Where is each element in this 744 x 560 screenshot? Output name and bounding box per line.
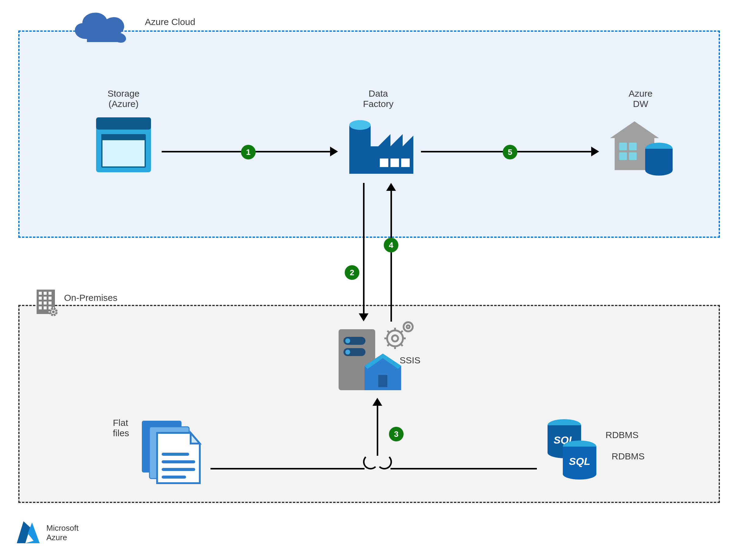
svg-text:SQL: SQL xyxy=(569,455,590,467)
arrowhead-sources-to-ssis xyxy=(372,398,382,406)
svg-point-47 xyxy=(345,350,350,355)
region-on-premises-label: On-Premises xyxy=(64,293,117,303)
architecture-diagram: Azure Cloud On-Premises Storage (Azure) xyxy=(0,0,744,560)
footer-line2: Azure xyxy=(46,533,78,542)
building-icon xyxy=(35,288,60,317)
storage-label-line2: (Azure) xyxy=(90,99,157,109)
svg-rect-31 xyxy=(401,159,410,167)
rdbms-label-2: RDBMS xyxy=(611,451,644,462)
svg-line-57 xyxy=(401,331,403,332)
svg-rect-11 xyxy=(44,306,47,310)
azure-dw-label: Azure DW xyxy=(613,88,668,109)
svg-line-55 xyxy=(401,344,403,346)
step-badge-4: 4 xyxy=(384,238,398,252)
rdbms-icon: SQL SQL xyxy=(543,417,604,482)
svg-point-49 xyxy=(392,335,398,342)
arrowhead-datafactory-to-dw xyxy=(591,147,599,156)
data-factory-label: Data Factory xyxy=(345,88,412,109)
step-badge-5: 5 xyxy=(503,145,517,159)
azure-dw-label-line2: DW xyxy=(613,99,668,109)
azure-storage-icon xyxy=(95,116,152,174)
azure-data-factory-icon xyxy=(345,116,415,177)
flat-files-icon xyxy=(139,417,203,485)
svg-rect-32 xyxy=(349,125,371,174)
arrow3-curve-left xyxy=(363,454,378,470)
svg-line-54 xyxy=(387,331,389,332)
svg-rect-27 xyxy=(103,140,145,166)
svg-point-45 xyxy=(345,338,350,343)
svg-point-33 xyxy=(349,120,371,130)
azure-dw-label-line1: Azure xyxy=(613,88,668,99)
arrow3-left-horizontal xyxy=(211,468,365,470)
svg-line-56 xyxy=(387,344,389,346)
region-azure-cloud-label: Azure Cloud xyxy=(145,17,195,27)
svg-rect-3 xyxy=(48,292,51,295)
arrow3-curve-right xyxy=(377,454,392,470)
svg-rect-29 xyxy=(380,159,388,167)
svg-rect-39 xyxy=(629,152,637,160)
step-badge-3: 3 xyxy=(389,427,404,441)
storage-label: Storage (Azure) xyxy=(90,88,157,109)
storage-label-line1: Storage xyxy=(90,88,157,99)
svg-rect-6 xyxy=(48,296,51,299)
svg-point-42 xyxy=(645,165,673,175)
ssis-label: SSIS xyxy=(400,355,420,365)
svg-rect-9 xyxy=(48,302,51,305)
cloud-icon xyxy=(69,5,129,45)
arrow3-right-horizontal xyxy=(390,468,537,470)
step-badge-2: 2 xyxy=(345,265,359,280)
svg-rect-8 xyxy=(44,302,47,305)
svg-rect-30 xyxy=(390,159,399,167)
svg-point-59 xyxy=(407,325,410,328)
svg-rect-1 xyxy=(39,292,42,295)
data-factory-label-line2: Factory xyxy=(345,99,412,109)
arrow3-vertical xyxy=(377,405,378,456)
footer-line1: Microsoft xyxy=(46,523,78,533)
svg-rect-37 xyxy=(629,143,637,150)
arrow-datafactory-to-ssis xyxy=(363,183,365,314)
svg-rect-2 xyxy=(44,292,47,295)
svg-marker-34 xyxy=(610,121,659,138)
svg-rect-7 xyxy=(39,302,42,305)
arrowhead-storage-to-datafactory xyxy=(330,147,338,156)
svg-point-73 xyxy=(563,469,596,480)
svg-rect-38 xyxy=(619,152,627,160)
svg-rect-10 xyxy=(39,306,42,310)
svg-rect-26 xyxy=(101,134,120,141)
svg-rect-24 xyxy=(96,117,151,129)
svg-rect-60 xyxy=(378,375,387,387)
azure-logo-icon xyxy=(14,518,43,547)
arrowhead-ssis-to-datafactory xyxy=(386,183,396,191)
rdbms-label-1: RDBMS xyxy=(605,430,638,440)
svg-rect-4 xyxy=(39,296,42,299)
footer-azure-brand: Microsoft Azure xyxy=(14,518,78,547)
arrow-ssis-to-datafactory xyxy=(390,191,392,322)
data-factory-label-line1: Data xyxy=(345,88,412,99)
svg-point-58 xyxy=(404,322,413,331)
step-badge-1: 1 xyxy=(241,145,256,159)
svg-rect-36 xyxy=(619,143,627,150)
svg-point-48 xyxy=(387,330,403,346)
svg-rect-5 xyxy=(44,296,47,299)
azure-dw-icon xyxy=(607,115,676,176)
